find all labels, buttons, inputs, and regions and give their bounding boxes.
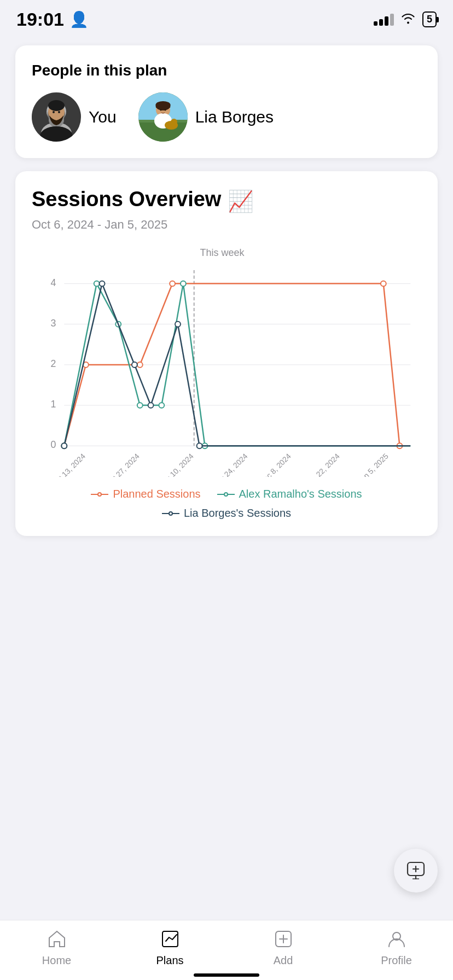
svg-text:Oct 27, 2024: Oct 27, 2024	[104, 452, 142, 477]
sessions-title: Sessions Overview	[32, 188, 221, 211]
svg-point-19	[171, 119, 177, 125]
nav-home-label: Home	[42, 954, 71, 967]
add-icon	[271, 927, 295, 951]
status-icons: 5	[374, 11, 437, 27]
people-title: People in this plan	[32, 62, 421, 79]
svg-point-56	[148, 402, 154, 408]
chart-legend: Planned Sessions Alex Ramalho's Sessions…	[32, 488, 421, 520]
status-bar: 19:01 👤 5	[0, 0, 453, 34]
svg-text:0: 0	[51, 439, 56, 450]
svg-text:3: 3	[51, 318, 56, 329]
status-time: 19:01 👤	[16, 9, 89, 30]
nav-home[interactable]: Home	[30, 927, 84, 967]
people-list: You	[32, 92, 421, 142]
person-lia-name: Lia Borges	[195, 108, 274, 126]
svg-point-51	[181, 281, 186, 287]
chart-container: This week 0 1 2 3 4 Oct 13, 2024 Oct 27,…	[32, 247, 421, 477]
person-lia[interactable]: Lia Borges	[138, 92, 274, 142]
svg-point-21	[164, 109, 166, 111]
svg-text:2: 2	[51, 358, 56, 369]
nav-plans-label: Plans	[156, 954, 183, 967]
sessions-chart: 0 1 2 3 4 Oct 13, 2024 Oct 27, 2024 Nov …	[32, 247, 421, 477]
chart-emoji: 📈	[228, 189, 253, 213]
svg-text:Nov 10, 2024: Nov 10, 2024	[157, 452, 195, 477]
person-icon: 👤	[69, 10, 89, 28]
nav-add-label: Add	[274, 954, 293, 967]
svg-point-43	[170, 281, 175, 287]
sessions-card: Sessions Overview 📈 Oct 6, 2024 - Jan 5,…	[15, 171, 438, 536]
svg-point-9	[53, 111, 55, 113]
svg-point-20	[160, 109, 161, 111]
legend-lia: Lia Borges's Sessions	[162, 507, 291, 520]
battery-icon: 5	[422, 11, 437, 27]
svg-point-42	[137, 362, 143, 368]
svg-text:Nov 24, 2024: Nov 24, 2024	[211, 452, 249, 477]
nav-profile-label: Profile	[381, 954, 412, 967]
svg-point-54	[100, 281, 105, 287]
svg-text:4: 4	[51, 277, 56, 288]
nav-profile[interactable]: Profile	[369, 927, 424, 967]
svg-text:Dec 22, 2024: Dec 22, 2024	[303, 452, 341, 477]
svg-point-8	[48, 100, 65, 111]
svg-rect-64	[162, 931, 178, 947]
svg-text:1: 1	[51, 399, 56, 410]
bottom-nav: Home Plans Add Profile	[0, 920, 453, 980]
sessions-date-range: Oct 6, 2024 - Jan 5, 2025	[32, 218, 421, 232]
nav-plans[interactable]: Plans	[143, 927, 198, 967]
add-comment-fab[interactable]	[394, 849, 438, 892]
person-you-name: You	[89, 108, 117, 126]
svg-point-53	[61, 443, 67, 448]
plans-icon	[158, 927, 182, 951]
avatar-lia	[138, 92, 188, 142]
svg-point-55	[132, 362, 137, 368]
svg-text:Jan 5, 2025: Jan 5, 2025	[356, 452, 390, 477]
wifi-icon	[400, 12, 416, 27]
svg-point-47	[94, 281, 100, 287]
home-icon	[45, 927, 69, 951]
nav-add[interactable]: Add	[256, 927, 311, 967]
svg-point-57	[175, 322, 181, 327]
legend-alex: Alex Ramalho's Sessions	[217, 488, 362, 500]
signal-icon	[374, 14, 394, 26]
profile-icon	[385, 927, 409, 951]
svg-text:Dec 8, 2024: Dec 8, 2024	[258, 452, 293, 477]
svg-point-44	[381, 281, 386, 287]
this-week-label: This week	[200, 247, 244, 259]
svg-point-10	[58, 111, 60, 113]
person-you[interactable]: You	[32, 92, 117, 142]
svg-point-58	[197, 443, 202, 448]
svg-point-49	[137, 402, 143, 408]
avatar-you	[32, 92, 81, 142]
legend-planned: Planned Sessions	[91, 488, 200, 500]
people-card: People in this plan	[15, 45, 438, 158]
svg-text:Oct 13, 2024: Oct 13, 2024	[50, 452, 88, 477]
svg-point-50	[159, 402, 164, 408]
main-content: People in this plan	[0, 34, 453, 547]
home-indicator	[194, 973, 259, 977]
